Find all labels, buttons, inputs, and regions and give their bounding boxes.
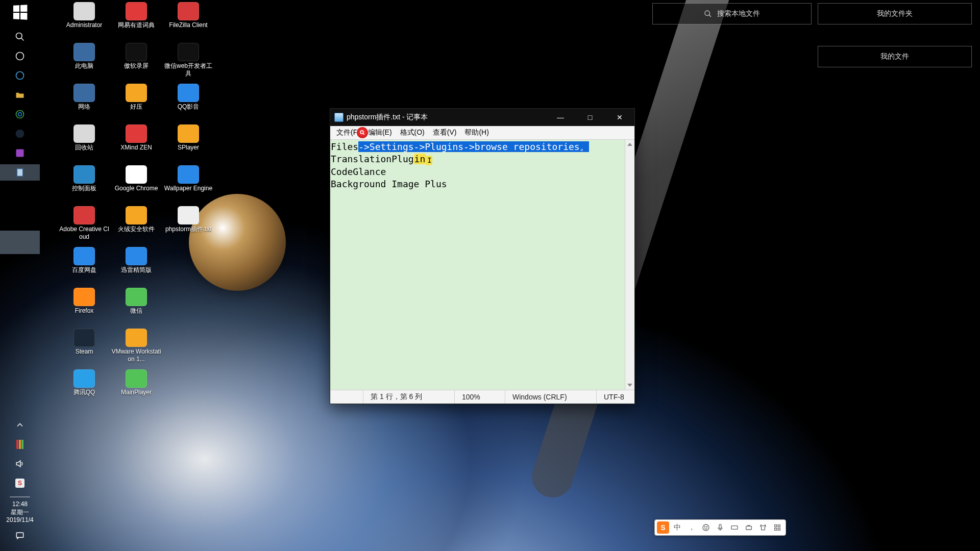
desktop-icon-administrator[interactable]: Administrator [58,2,110,43]
taskbar-app-chrome[interactable] [15,106,25,122]
ime-emoji-button[interactable] [700,521,712,534]
ime-skin-button[interactable] [757,521,769,534]
desktop-icon-mainplayer[interactable]: MainPlayer [110,369,162,410]
desktop-icon-web[interactable]: 微信web开发者工具 [162,43,214,84]
desktop-icon-vmware-workstation-1[interactable]: VMware Workstation 1... [110,329,162,369]
svg-rect-23 [775,525,777,527]
desktop-icon-label: 微信web开发者工具 [163,62,213,78]
svg-point-16 [706,527,707,527]
cortana-icon[interactable] [15,48,25,64]
desktop-icon-icon[interactable]: 控制面板 [58,165,110,206]
start-button[interactable] [13,5,27,19]
desktop-panel-myfiles-label: 我的文件 [880,52,909,61]
desktop-icon-qq[interactable]: 腾讯QQ [58,369,110,410]
tray-ime-indicator[interactable]: S [15,475,24,491]
ime-toolbox-button[interactable] [743,521,755,534]
minimize-button[interactable]: — [546,109,575,126]
svg-rect-25 [775,528,777,530]
desktop-panel-myfolders-label: 我的文件夹 [877,9,913,18]
text-caret-icon: I [426,156,432,165]
app-icon [126,43,147,61]
taskbar-active-indicator [0,231,40,254]
desktop-icon-qq[interactable]: QQ影音 [162,84,214,124]
desktop-panel-myfolders[interactable]: 我的文件夹 [818,3,972,24]
desktop-icon-icon[interactable]: 傲软录屏 [110,43,162,84]
app-icon [126,124,147,143]
notepad-vertical-scrollbar[interactable] [625,140,634,390]
desktop-icon-icon[interactable]: 网易有道词典 [110,2,162,43]
ime-brand-icon[interactable]: S [657,521,669,534]
tray-chevron-up-icon[interactable] [15,417,25,433]
svg-point-14 [703,524,709,531]
app-icon [74,288,95,306]
menu-format[interactable]: 格式(O) [396,127,429,138]
status-caret-position: 第 1 行，第 6 列 [363,390,454,404]
desktop-icon-label: 腾讯QQ [74,389,95,396]
desktop-icon-icon[interactable]: 回收站 [58,124,110,165]
desktop-icon-icon[interactable]: 微信 [110,288,162,329]
svg-point-2 [16,53,24,60]
desktop-icon-icon[interactable]: 火绒安全软件 [110,206,162,247]
tray-huorong-icon[interactable] [16,436,24,453]
taskbar-app-edge[interactable] [15,67,25,84]
close-button[interactable]: ✕ [605,109,634,126]
desktop-icon-filezilla-client[interactable]: FileZilla Client [162,2,214,43]
maximize-button[interactable]: □ [575,109,605,126]
desktop-icon-phpstorm-txt[interactable]: phpstorm插件.txt [162,206,214,247]
notepad-titlebar[interactable]: phpstorm插件.txt - 记事本 — □ ✕ [330,109,634,126]
notepad-text-area[interactable]: Files->Settings->Plugins->browse reposit… [330,140,634,390]
desktop-icon-wallpaper-engine[interactable]: Wallpaper Engine [162,165,214,206]
svg-rect-7 [16,149,24,157]
desktop-icon-label: 好压 [130,103,142,111]
desktop-panel-myfiles[interactable]: 我的文件 [818,46,972,67]
ime-grid-button[interactable] [771,521,783,534]
menu-help[interactable]: 帮助(H) [460,127,493,138]
desktop-icon-splayer[interactable]: SPlayer [162,124,214,165]
app-icon [74,124,95,143]
ime-lang-toggle[interactable]: 中 [671,521,683,534]
desktop-icon-label: MainPlayer [121,389,152,396]
taskbar-app-phpstorm[interactable] [15,145,25,161]
desktop-icon-icon[interactable]: 百度网盘 [58,247,110,288]
tray-weekday: 星期一 [6,509,33,517]
desktop-icon-google-chrome[interactable]: Google Chrome [110,165,162,206]
ime-punct-toggle[interactable]: ， [685,521,698,534]
svg-point-6 [16,130,24,138]
menu-edit[interactable]: 编辑(E) [364,127,396,138]
app-icon [74,329,95,347]
taskbar-app-notepad[interactable] [0,164,40,181]
app-icon [126,329,147,347]
status-encoding: UTF-8 [596,390,634,404]
tray-clock[interactable]: 12:48 星期一 2019/11/4 [6,500,33,524]
taskbar-app-steam[interactable] [15,126,25,142]
ime-toolbar[interactable]: S 中 ， [654,519,786,536]
desktop-icon-label: Adobe Creative Cloud [59,226,109,241]
desktop-icon-adobe-creative-cloud[interactable]: Adobe Creative Cloud [58,206,110,247]
desktop-icon-xmind-zen[interactable]: XMind ZEN [110,124,162,165]
app-icon [74,369,95,388]
tray-volume-icon[interactable] [15,456,25,472]
desktop-icon-icon[interactable]: 网络 [58,84,110,124]
svg-point-0 [16,33,22,39]
desktop-search-box[interactable]: 搜索本地文件 [652,3,812,24]
search-icon[interactable] [15,29,25,45]
menu-view[interactable]: 查看(V) [429,127,461,138]
taskbar-app-folder[interactable] [15,87,25,103]
desktop-icon-label: 微信 [130,307,142,315]
app-icon [126,369,147,388]
desktop-icon-icon[interactable]: 迅雷精简版 [110,247,162,288]
ime-keyboard-button[interactable] [728,521,741,534]
tray-action-center-icon[interactable] [15,528,25,544]
tray-time: 12:48 [6,500,33,509]
svg-rect-17 [719,524,721,529]
svg-point-3 [16,72,24,80]
desktop-icon-label: 此电脑 [75,62,93,70]
ime-mic-button[interactable] [714,521,726,534]
desktop-icon-steam[interactable]: Steam [58,329,110,369]
desktop-icon-icon[interactable]: 好压 [110,84,162,124]
desktop-icon-icon[interactable]: 此电脑 [58,43,110,84]
desktop-icon-label: phpstorm插件.txt [165,226,211,233]
svg-line-1 [21,38,24,41]
text-line-3: CodeGlance [331,166,633,178]
desktop-icon-firefox[interactable]: Firefox [58,288,110,329]
